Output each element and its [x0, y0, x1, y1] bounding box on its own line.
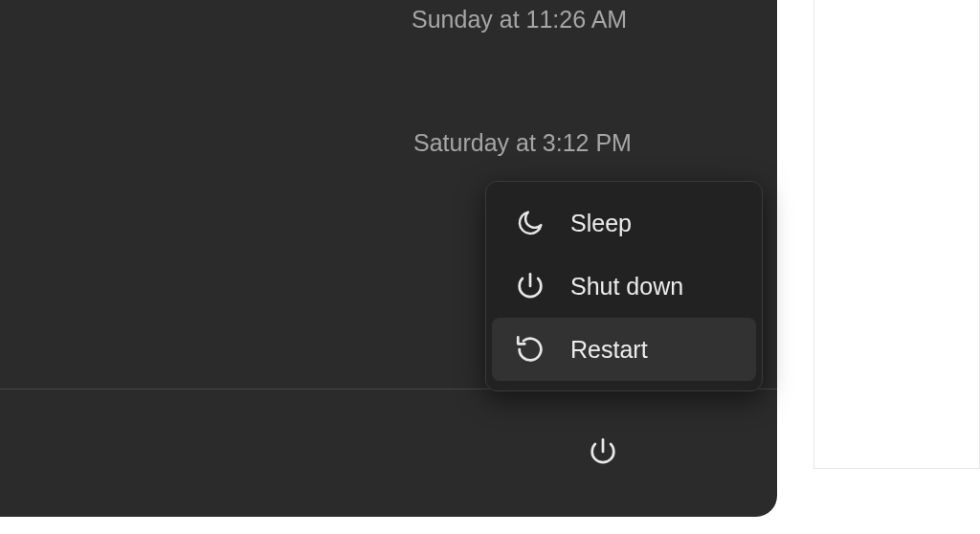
- background-strip: [813, 0, 980, 469]
- start-panel: Sunday at 11:26 AM Saturday at 3:12 PM S…: [0, 0, 777, 517]
- power-menu: Sleep Shut down Restart: [485, 181, 763, 391]
- shutdown-label: Shut down: [570, 273, 683, 300]
- moon-icon: [513, 206, 547, 240]
- restart-menu-item[interactable]: Restart: [492, 318, 756, 381]
- shutdown-menu-item[interactable]: Shut down: [492, 255, 756, 318]
- power-button[interactable]: [576, 425, 630, 478]
- sleep-menu-item[interactable]: Sleep: [492, 191, 756, 255]
- power-icon: [513, 269, 547, 303]
- restart-label: Restart: [570, 336, 648, 364]
- timestamp-1: Sunday at 11:26 AM: [412, 6, 627, 33]
- sleep-label: Sleep: [570, 210, 632, 237]
- restart-icon: [513, 332, 547, 367]
- timestamp-2: Saturday at 3:12 PM: [413, 129, 632, 157]
